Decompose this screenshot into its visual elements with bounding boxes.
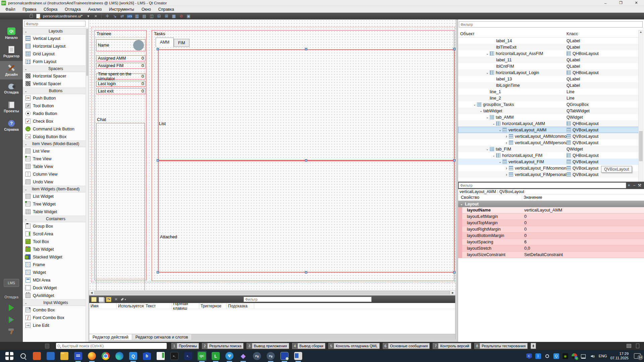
designer-tool-icon[interactable] <box>156 13 162 19</box>
taskbar-app-icon[interactable] <box>293 351 303 361</box>
taskbar-app-icon[interactable] <box>170 351 179 361</box>
property-row[interactable]: layoutSizeConstraint SetDefaultConstrain… <box>458 252 644 258</box>
widget-item[interactable]: Horizontal Spacer <box>23 72 89 80</box>
mode-item[interactable]: Начало <box>0 24 23 43</box>
taskbar-app-icon[interactable] <box>183 351 193 361</box>
scrollbar-thumb[interactable] <box>94 291 450 294</box>
taskbar-app-icon[interactable] <box>211 351 220 361</box>
selected-layout-lower[interactable] <box>158 161 454 273</box>
action-toolbar-icon[interactable] <box>91 297 97 302</box>
tasks-tab[interactable]: FIM <box>174 39 190 47</box>
selection-handle[interactable] <box>453 48 455 50</box>
tree-row[interactable]: lblCntFIM QLabel <box>458 63 639 69</box>
widget-item[interactable]: Form Layout <box>23 58 89 65</box>
widget-item[interactable]: Widget <box>23 268 89 276</box>
selection-handle[interactable] <box>157 48 159 50</box>
designer-tool-icon[interactable] <box>141 13 148 19</box>
tray-icon[interactable] <box>526 353 532 359</box>
tree-row[interactable]: line_2 Line <box>458 95 639 101</box>
tree-row[interactable]: verticalLayout_AMMcommon QVBoxLayout <box>458 133 639 139</box>
property-row[interactable]: layoutRightMargin 0 <box>458 226 644 233</box>
remove-property-icon[interactable]: − <box>632 182 637 188</box>
property-row[interactable]: layoutSpacing 6 <box>458 239 644 245</box>
widget-item[interactable]: Radio Button <box>23 110 89 117</box>
expander-icon[interactable] <box>485 52 490 55</box>
widget-item[interactable]: Dialog Button Box <box>23 133 89 140</box>
tree-row[interactable]: horizontalLayout_AssFIM QHBoxLayout <box>458 50 639 57</box>
tray-icon[interactable] <box>535 353 541 359</box>
chat-area-widget[interactable] <box>96 123 145 290</box>
scroll-up-icon[interactable]: ▲ <box>639 31 643 35</box>
expander-icon[interactable] <box>472 103 477 106</box>
tree-row[interactable]: label_13 QLabel <box>458 76 639 82</box>
add-property-icon[interactable]: + <box>626 182 632 188</box>
tree-row[interactable]: verticalLayout_AMM QVBoxLayout <box>458 127 639 133</box>
object-tree-scrollbar[interactable]: ▲ ▼ <box>638 30 643 188</box>
designer-tool-icon[interactable] <box>148 13 155 19</box>
notification-center-icon[interactable]: 14 <box>634 353 641 359</box>
open-document-selector[interactable]: personalcardtrainee.ui* <box>43 14 83 18</box>
tray-icon[interactable] <box>544 353 550 359</box>
widget-item[interactable]: Command Link Button <box>23 125 89 133</box>
expander-icon[interactable] <box>485 115 490 119</box>
widget-item[interactable]: List View <box>23 147 89 155</box>
progress-icon[interactable] <box>627 344 631 348</box>
taskbar-app-icon[interactable] <box>238 351 248 361</box>
tree-row[interactable]: verticalLayout_FIM QVBoxLayout <box>458 159 639 165</box>
widget-item[interactable]: Combo Box <box>23 306 89 314</box>
property-row[interactable]: layoutTopMargin 0 <box>458 220 644 226</box>
expander-icon[interactable] <box>504 134 509 139</box>
action-column-header[interactable]: Триггерное <box>199 303 227 309</box>
tree-row[interactable]: tab_AMM QWidget <box>458 114 639 120</box>
taskbar-app-icon[interactable] <box>197 351 207 361</box>
tray-icon[interactable] <box>553 353 559 359</box>
taskbar-app-icon[interactable] <box>87 351 97 361</box>
object-column-header[interactable]: Объект <box>458 32 567 36</box>
taskbar-app-icon[interactable] <box>128 351 138 361</box>
taskbar-app-icon[interactable] <box>46 351 55 361</box>
designer-tool-icon[interactable] <box>126 13 133 19</box>
expander-icon[interactable] <box>498 128 502 132</box>
widget-item[interactable]: MDI Area <box>23 276 89 284</box>
action-column-header[interactable]: Текст <box>144 303 172 309</box>
taskbar-app-icon[interactable] <box>60 351 69 361</box>
widget-section-header[interactable]: ⌄ Buttons <box>23 87 89 94</box>
run-button[interactable] <box>9 304 14 311</box>
taskbar-app-icon[interactable] <box>280 351 289 361</box>
expander-icon[interactable] <box>504 140 509 145</box>
selection-handle[interactable] <box>453 271 455 274</box>
widget-section-header[interactable]: ⌄ Item Widgets (Item-Based) <box>23 186 89 192</box>
widget-item[interactable]: Stacked Widget <box>23 253 89 261</box>
action-toolbar-icon[interactable] <box>99 297 104 302</box>
widget-item[interactable]: Line Edit <box>23 321 89 329</box>
action-table-body[interactable] <box>89 309 455 334</box>
action-filter-input[interactable] <box>244 297 372 302</box>
designer-tool-icon[interactable] <box>133 13 140 19</box>
menu-item[interactable]: Окно <box>138 6 154 12</box>
configure-properties-icon[interactable]: ⚒ <box>637 182 642 188</box>
panel-expand-toggle[interactable]: ▲▼ <box>531 343 536 349</box>
expander-icon[interactable] <box>504 166 509 171</box>
output-panel-button[interactable]: 5 Консоль отладчика QML <box>328 343 380 349</box>
property-row[interactable]: layoutName verticalLayout_AMM <box>458 207 644 214</box>
widget-item[interactable]: Tool Box <box>23 238 89 245</box>
widget-filter-input[interactable] <box>24 21 86 26</box>
mode-item[interactable]: Дизайн <box>0 61 23 79</box>
tray-icon[interactable] <box>590 353 595 359</box>
widget-section-header[interactable]: ⌄ Layouts <box>23 28 89 35</box>
clock[interactable]: 17:29 07.11.2025 <box>610 352 629 360</box>
dock-tab[interactable]: Редактор сигналов и слотов <box>132 334 192 340</box>
chevron-down-icon[interactable] <box>85 13 92 19</box>
selection-handle[interactable] <box>305 48 307 50</box>
feedback-icon[interactable] <box>45 344 49 349</box>
expander-icon[interactable] <box>485 147 490 151</box>
property-column-header[interactable]: Свойство <box>458 195 522 200</box>
widget-item[interactable]: Tab Widget <box>23 245 89 253</box>
property-value[interactable]: verticalLayout_AMM <box>522 207 644 214</box>
tree-row[interactable]: lblLoginTime QLabel <box>458 82 639 88</box>
property-value[interactable]: 0,0 <box>522 245 644 252</box>
widget-item[interactable]: Undo View <box>23 178 89 186</box>
trainee-group-box[interactable]: Trainee Name Assigned AMM 0 Assigned FIM… <box>94 30 147 280</box>
info-row-widget[interactable]: Time spent on the simulator 0 <box>96 73 146 79</box>
property-value[interactable]: SetDefaultConstraint <box>522 252 644 258</box>
